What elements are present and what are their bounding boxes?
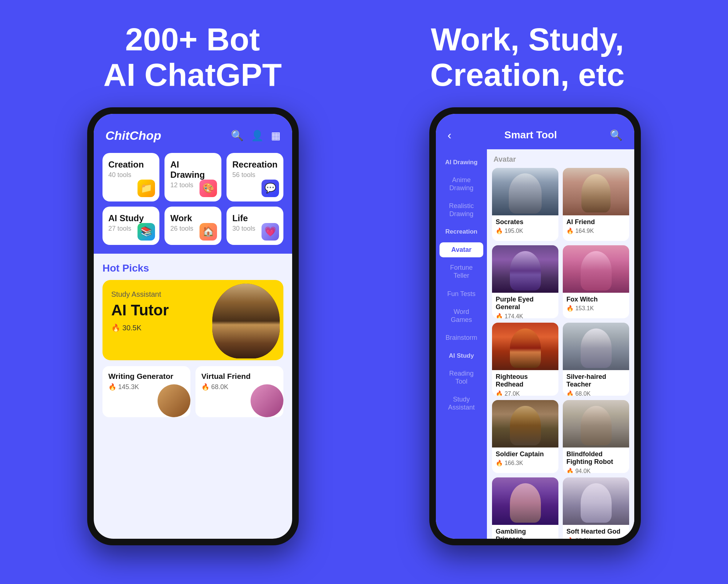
app-logo: ChitChop [105,128,161,143]
blindfolded-image [563,400,629,447]
soft-hearted-image [563,477,629,525]
hot-picks-title: Hot Picks [102,262,283,274]
virtual-friend-image [251,384,283,417]
sidebar-item-study-assistant[interactable]: Study Assistant [439,392,483,415]
hot-picks-section: Hot Picks Study Assistant AI Tutor 🔥 30.… [94,254,292,539]
right-headline: Work, Study, Creation, etc [430,22,624,93]
creation-icon: 📁 [138,180,155,197]
tool-card-ai-study[interactable]: AI Study 27 tools 📚 [102,207,159,245]
bottom-card-virtual-friend[interactable]: Virtual Friend 🔥 68.0K [195,366,283,417]
socrates-image [492,168,558,215]
sidebar-item-word-games[interactable]: Word Games [439,304,483,327]
recreation-icon: 💬 [262,180,279,197]
sidebar-item-recreation[interactable]: Recreation [439,224,483,239]
section-title-avatar: Avatar [492,155,629,164]
smart-header: ‹ Smart Tool 🔍 [436,114,634,149]
sidebar-item-fortune[interactable]: Fortune Teller [439,260,483,283]
avatar-card-gambling[interactable]: Gambling Princess 🔥 98.0K [492,477,558,539]
tools-grid: Creation 40 tools 📁 AI Drawing 12 tools … [94,153,292,254]
life-icon: 💗 [262,223,279,241]
redhead-image [492,323,558,370]
profile-icon[interactable]: 👤 [251,130,264,142]
avatar-card-socrates[interactable]: Socrates 🔥 195.0K [492,168,558,241]
back-button[interactable]: ‹ [448,128,452,142]
drawing-icon: 🎨 [200,180,217,197]
avatar-card-fox-witch[interactable]: Fox Witch 🔥 153.1K [563,245,629,318]
gambling-image [492,477,558,525]
avatar-card-ai-friend[interactable]: AI Friend 🔥 164.9K [563,168,629,241]
purple-eyed-image [492,245,558,293]
bottom-card-writing[interactable]: Writing Generator 🔥 145.3K [102,366,190,417]
tool-card-work[interactable]: Work 26 tools 🏠 [164,207,221,245]
tool-card-recreation[interactable]: Recreation 56 tools 💬 [226,153,283,201]
avatar-card-silver[interactable]: Silver-haired Teacher 🔥 68.0K [563,323,629,396]
sidebar-item-ai-drawing[interactable]: AI Drawing [439,155,483,170]
hot-card-ai-tutor[interactable]: Study Assistant AI Tutor 🔥 30.5K [102,280,283,360]
left-phone: ChitChop 🔍 👤 ▦ Creation 40 tools 📁 [87,107,299,545]
bottom-cards: Writing Generator 🔥 145.3K Virtual Frien… [102,366,283,417]
search-icon[interactable]: 🔍 [231,130,244,142]
avatar-card-redhead[interactable]: Righteous Redhead 🔥 27.0K [492,323,558,396]
search-icon[interactable]: 🔍 [610,129,623,141]
left-headline: 200+ Bot AI ChatGPT [104,22,282,93]
sidebar-item-realistic[interactable]: Realistic Drawing [439,199,483,222]
tool-card-creation[interactable]: Creation 40 tools 📁 [102,153,159,201]
avatar-card-soft-hearted[interactable]: Soft Hearted God 🔥 88.0K [563,477,629,539]
sidebar-item-brainstorm[interactable]: Brainstorm [439,330,483,346]
content-area: Avatar Socrates 🔥 195.0K [487,149,634,539]
tutor-image [212,284,280,358]
sidebar-item-reading[interactable]: Reading Tool [439,366,483,389]
work-icon: 🏠 [200,223,217,241]
avatar-grid: Socrates 🔥 195.0K AI Friend [492,168,629,539]
soldier-image [492,400,558,447]
study-icon: 📚 [138,223,155,241]
app-header: ChitChop 🔍 👤 ▦ [94,114,292,153]
fox-witch-image [563,245,629,293]
avatar-card-soldier[interactable]: Soldier Captain 🔥 166.3K [492,400,558,473]
smart-tool-title: Smart Tool [504,129,557,141]
avatar-card-purple-eyed[interactable]: Purple Eyed General 🔥 174.4K [492,245,558,318]
writing-image [158,384,190,417]
sidebar-item-anime[interactable]: Anime Drawing [439,173,483,196]
sidebar: AI Drawing Anime Drawing Realistic Drawi… [436,149,487,539]
menu-icon[interactable]: ▦ [271,130,280,142]
tool-card-life[interactable]: Life 30 tools 💗 [226,207,283,245]
ai-friend-image [563,168,629,215]
sidebar-item-fun-tests[interactable]: Fun Tests [439,287,483,302]
silver-image [563,323,629,370]
sidebar-item-ai-study[interactable]: AI Study [439,349,483,363]
avatar-card-blindfolded[interactable]: Blindfolded Fighting Robot 🔥 94.0K [563,400,629,473]
right-phone: ‹ Smart Tool 🔍 AI Drawing Anime Drawing … [429,107,641,545]
sidebar-item-avatar[interactable]: Avatar [439,242,483,258]
tool-card-ai-drawing[interactable]: AI Drawing 12 tools 🎨 [164,153,221,201]
